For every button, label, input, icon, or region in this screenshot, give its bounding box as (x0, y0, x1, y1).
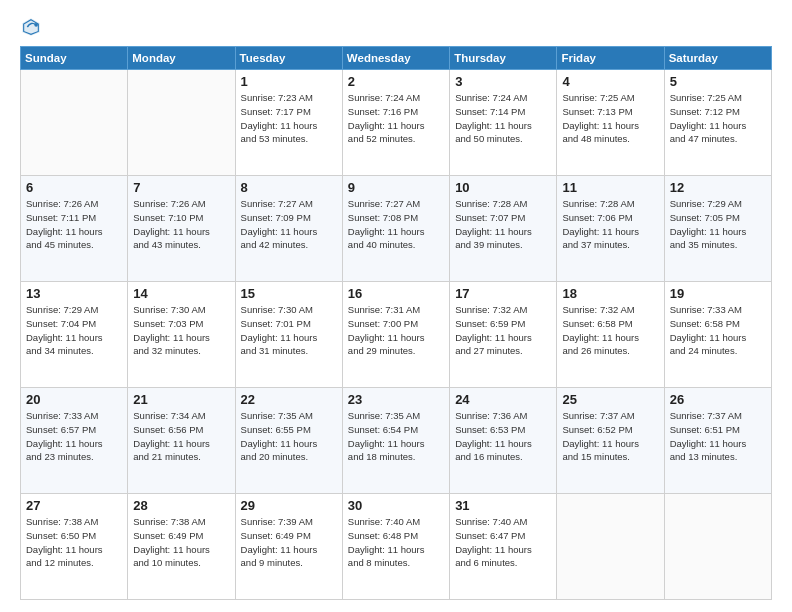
cell-detail: Sunrise: 7:28 AM Sunset: 7:07 PM Dayligh… (455, 197, 551, 252)
cell-detail: Sunrise: 7:24 AM Sunset: 7:16 PM Dayligh… (348, 91, 444, 146)
day-number: 6 (26, 180, 122, 195)
calendar-cell: 25Sunrise: 7:37 AM Sunset: 6:52 PM Dayli… (557, 388, 664, 494)
day-number: 26 (670, 392, 766, 407)
calendar-cell: 7Sunrise: 7:26 AM Sunset: 7:10 PM Daylig… (128, 176, 235, 282)
cell-detail: Sunrise: 7:35 AM Sunset: 6:54 PM Dayligh… (348, 409, 444, 464)
cell-detail: Sunrise: 7:39 AM Sunset: 6:49 PM Dayligh… (241, 515, 337, 570)
calendar-cell: 12Sunrise: 7:29 AM Sunset: 7:05 PM Dayli… (664, 176, 771, 282)
cell-detail: Sunrise: 7:40 AM Sunset: 6:48 PM Dayligh… (348, 515, 444, 570)
week-row-1: 1Sunrise: 7:23 AM Sunset: 7:17 PM Daylig… (21, 70, 772, 176)
logo (20, 16, 46, 38)
calendar-cell (21, 70, 128, 176)
cell-detail: Sunrise: 7:30 AM Sunset: 7:03 PM Dayligh… (133, 303, 229, 358)
day-number: 4 (562, 74, 658, 89)
calendar-cell: 13Sunrise: 7:29 AM Sunset: 7:04 PM Dayli… (21, 282, 128, 388)
week-row-4: 20Sunrise: 7:33 AM Sunset: 6:57 PM Dayli… (21, 388, 772, 494)
day-number: 3 (455, 74, 551, 89)
day-number: 5 (670, 74, 766, 89)
week-row-3: 13Sunrise: 7:29 AM Sunset: 7:04 PM Dayli… (21, 282, 772, 388)
calendar-cell: 21Sunrise: 7:34 AM Sunset: 6:56 PM Dayli… (128, 388, 235, 494)
cell-detail: Sunrise: 7:36 AM Sunset: 6:53 PM Dayligh… (455, 409, 551, 464)
day-number: 15 (241, 286, 337, 301)
day-number: 22 (241, 392, 337, 407)
cell-detail: Sunrise: 7:38 AM Sunset: 6:50 PM Dayligh… (26, 515, 122, 570)
calendar-cell: 17Sunrise: 7:32 AM Sunset: 6:59 PM Dayli… (450, 282, 557, 388)
calendar-body: 1Sunrise: 7:23 AM Sunset: 7:17 PM Daylig… (21, 70, 772, 600)
cell-detail: Sunrise: 7:38 AM Sunset: 6:49 PM Dayligh… (133, 515, 229, 570)
calendar-cell: 5Sunrise: 7:25 AM Sunset: 7:12 PM Daylig… (664, 70, 771, 176)
day-header-monday: Monday (128, 47, 235, 70)
calendar-cell: 3Sunrise: 7:24 AM Sunset: 7:14 PM Daylig… (450, 70, 557, 176)
cell-detail: Sunrise: 7:40 AM Sunset: 6:47 PM Dayligh… (455, 515, 551, 570)
cell-detail: Sunrise: 7:30 AM Sunset: 7:01 PM Dayligh… (241, 303, 337, 358)
cell-detail: Sunrise: 7:28 AM Sunset: 7:06 PM Dayligh… (562, 197, 658, 252)
calendar-cell: 1Sunrise: 7:23 AM Sunset: 7:17 PM Daylig… (235, 70, 342, 176)
day-number: 19 (670, 286, 766, 301)
svg-marker-0 (22, 18, 40, 36)
calendar-cell (128, 70, 235, 176)
day-number: 23 (348, 392, 444, 407)
day-header-saturday: Saturday (664, 47, 771, 70)
cell-detail: Sunrise: 7:33 AM Sunset: 6:57 PM Dayligh… (26, 409, 122, 464)
calendar-cell: 30Sunrise: 7:40 AM Sunset: 6:48 PM Dayli… (342, 494, 449, 600)
day-number: 8 (241, 180, 337, 195)
calendar-cell: 11Sunrise: 7:28 AM Sunset: 7:06 PM Dayli… (557, 176, 664, 282)
day-number: 13 (26, 286, 122, 301)
day-header-friday: Friday (557, 47, 664, 70)
calendar-cell: 27Sunrise: 7:38 AM Sunset: 6:50 PM Dayli… (21, 494, 128, 600)
cell-detail: Sunrise: 7:29 AM Sunset: 7:04 PM Dayligh… (26, 303, 122, 358)
cell-detail: Sunrise: 7:26 AM Sunset: 7:10 PM Dayligh… (133, 197, 229, 252)
header-row: SundayMondayTuesdayWednesdayThursdayFrid… (21, 47, 772, 70)
calendar-cell: 26Sunrise: 7:37 AM Sunset: 6:51 PM Dayli… (664, 388, 771, 494)
cell-detail: Sunrise: 7:35 AM Sunset: 6:55 PM Dayligh… (241, 409, 337, 464)
calendar-cell: 10Sunrise: 7:28 AM Sunset: 7:07 PM Dayli… (450, 176, 557, 282)
cell-detail: Sunrise: 7:31 AM Sunset: 7:00 PM Dayligh… (348, 303, 444, 358)
day-number: 7 (133, 180, 229, 195)
calendar-cell: 4Sunrise: 7:25 AM Sunset: 7:13 PM Daylig… (557, 70, 664, 176)
day-header-thursday: Thursday (450, 47, 557, 70)
week-row-2: 6Sunrise: 7:26 AM Sunset: 7:11 PM Daylig… (21, 176, 772, 282)
day-number: 14 (133, 286, 229, 301)
day-header-tuesday: Tuesday (235, 47, 342, 70)
cell-detail: Sunrise: 7:23 AM Sunset: 7:17 PM Dayligh… (241, 91, 337, 146)
calendar-cell: 8Sunrise: 7:27 AM Sunset: 7:09 PM Daylig… (235, 176, 342, 282)
cell-detail: Sunrise: 7:26 AM Sunset: 7:11 PM Dayligh… (26, 197, 122, 252)
day-header-wednesday: Wednesday (342, 47, 449, 70)
header (20, 16, 772, 38)
day-number: 1 (241, 74, 337, 89)
day-number: 16 (348, 286, 444, 301)
cell-detail: Sunrise: 7:33 AM Sunset: 6:58 PM Dayligh… (670, 303, 766, 358)
day-number: 27 (26, 498, 122, 513)
day-number: 20 (26, 392, 122, 407)
calendar-cell: 15Sunrise: 7:30 AM Sunset: 7:01 PM Dayli… (235, 282, 342, 388)
cell-detail: Sunrise: 7:37 AM Sunset: 6:51 PM Dayligh… (670, 409, 766, 464)
calendar-cell: 6Sunrise: 7:26 AM Sunset: 7:11 PM Daylig… (21, 176, 128, 282)
day-number: 11 (562, 180, 658, 195)
logo-icon (20, 16, 42, 38)
calendar-cell: 16Sunrise: 7:31 AM Sunset: 7:00 PM Dayli… (342, 282, 449, 388)
calendar-cell: 24Sunrise: 7:36 AM Sunset: 6:53 PM Dayli… (450, 388, 557, 494)
day-number: 10 (455, 180, 551, 195)
calendar-cell: 14Sunrise: 7:30 AM Sunset: 7:03 PM Dayli… (128, 282, 235, 388)
calendar-cell (664, 494, 771, 600)
day-number: 30 (348, 498, 444, 513)
day-number: 31 (455, 498, 551, 513)
calendar-table: SundayMondayTuesdayWednesdayThursdayFrid… (20, 46, 772, 600)
calendar-cell: 29Sunrise: 7:39 AM Sunset: 6:49 PM Dayli… (235, 494, 342, 600)
calendar-cell: 23Sunrise: 7:35 AM Sunset: 6:54 PM Dayli… (342, 388, 449, 494)
calendar-cell: 19Sunrise: 7:33 AM Sunset: 6:58 PM Dayli… (664, 282, 771, 388)
cell-detail: Sunrise: 7:37 AM Sunset: 6:52 PM Dayligh… (562, 409, 658, 464)
day-number: 28 (133, 498, 229, 513)
cell-detail: Sunrise: 7:25 AM Sunset: 7:12 PM Dayligh… (670, 91, 766, 146)
day-number: 9 (348, 180, 444, 195)
page: SundayMondayTuesdayWednesdayThursdayFrid… (0, 0, 792, 612)
day-number: 18 (562, 286, 658, 301)
day-number: 2 (348, 74, 444, 89)
day-number: 21 (133, 392, 229, 407)
cell-detail: Sunrise: 7:29 AM Sunset: 7:05 PM Dayligh… (670, 197, 766, 252)
day-number: 29 (241, 498, 337, 513)
cell-detail: Sunrise: 7:32 AM Sunset: 6:59 PM Dayligh… (455, 303, 551, 358)
calendar-cell (557, 494, 664, 600)
day-number: 17 (455, 286, 551, 301)
cell-detail: Sunrise: 7:34 AM Sunset: 6:56 PM Dayligh… (133, 409, 229, 464)
